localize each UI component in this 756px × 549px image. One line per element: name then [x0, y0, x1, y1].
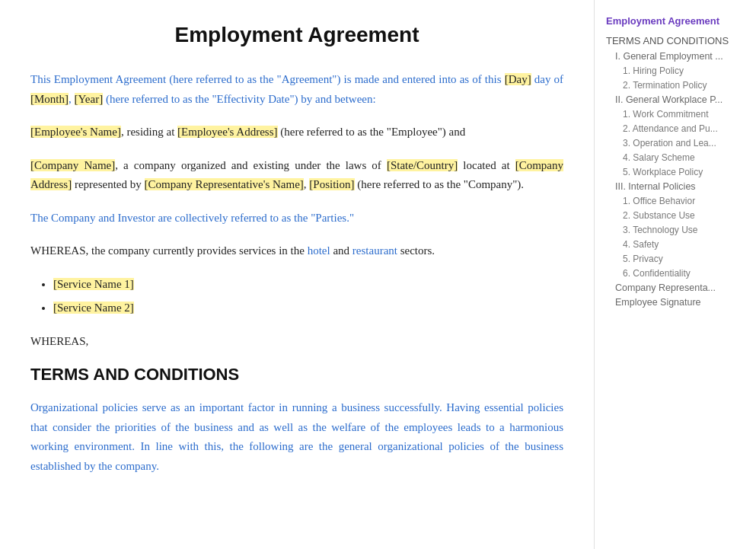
service-item-1: [Service Name 1]: [53, 275, 563, 295]
intro-p3-end: (here referred to as the "Company").: [355, 178, 525, 190]
document-title: Employment Agreement: [30, 23, 563, 47]
service-item-2: [Service Name 2]: [53, 298, 563, 318]
toc-sub-office-behavior[interactable]: 1. Office Behavior: [623, 195, 738, 207]
company-name: [Company Name]: [30, 159, 115, 171]
intro-comma: ,: [69, 93, 75, 105]
intro-paragraph-3: [Company Name], a company organized and …: [30, 156, 563, 195]
toc-sub-technology-use[interactable]: 3. Technology Use: [623, 224, 738, 236]
toc-sub-safety[interactable]: 4. Safety: [623, 238, 738, 251]
service-1-label: [Service Name 1]: [53, 278, 134, 290]
terms-intro-paragraph: Organizational policies serve as an impo…: [30, 398, 563, 476]
parties-text: The Company and Investor are collectivel…: [30, 212, 354, 224]
toc-sub-hiring-policy[interactable]: 1. Hiring Policy: [623, 65, 738, 77]
toc-title[interactable]: Employment Agreement: [606, 15, 738, 27]
intro-text-blue: This Employment Agreement (here referred…: [30, 73, 505, 85]
employee-address: [Employee's Address]: [177, 126, 277, 138]
position: [Position]: [309, 178, 354, 190]
terms-heading: TERMS AND CONDITIONS: [30, 365, 563, 385]
whereas-text: WHEREAS, the company currently provides …: [30, 244, 308, 257]
toc-item-internal-policies[interactable]: III. Internal Policies: [615, 180, 738, 193]
intro-paragraph-1: This Employment Agreement (here referred…: [30, 70, 563, 109]
state-country: [State/Country]: [387, 159, 458, 171]
intro-day: [Day]: [505, 73, 531, 85]
toc-section-terms[interactable]: TERMS AND CONDITIONS: [606, 34, 738, 47]
whereas-paragraph-1: WHEREAS, the company currently provides …: [30, 241, 563, 261]
intro-day-of: day of: [531, 73, 563, 85]
intro-p3-mid3: represented by: [72, 178, 144, 190]
whereas-and: and: [330, 244, 352, 257]
company-rep: [Company Representative's Name]: [145, 178, 304, 190]
toc-sub-operation[interactable]: 3. Operation and Lea...: [623, 137, 738, 149]
toc-sub-substance-use[interactable]: 2. Substance Use: [623, 209, 738, 222]
toc-item-company-rep[interactable]: Company Representa...: [615, 282, 738, 294]
intro-year: [Year]: [75, 93, 104, 105]
toc-item-general-workplace[interactable]: II. General Workplace P...: [615, 94, 738, 106]
intro-end1: (here referred to as the "Effectivity Da…: [103, 93, 375, 105]
table-of-contents: Employment Agreement TERMS AND CONDITION…: [594, 0, 746, 549]
toc-item-general-employment[interactable]: I. General Employment ...: [615, 50, 738, 62]
whereas-blue: hotel: [308, 244, 330, 257]
whereas-2-text: WHEREAS,: [30, 335, 88, 347]
intro-p3-mid1: , a company organized and existing under…: [115, 159, 387, 171]
whereas-end: sectors.: [397, 244, 435, 257]
service-2-label: [Service Name 2]: [53, 302, 134, 314]
intro-p2-mid: , residing at: [121, 126, 177, 138]
whereas-paragraph-2: WHEREAS,: [30, 332, 563, 352]
toc-sub-salary-scheme[interactable]: 4. Salary Scheme: [623, 152, 738, 164]
intro-month: [Month]: [30, 93, 69, 105]
toc-sub-workplace-policy[interactable]: 5. Workplace Policy: [623, 166, 738, 178]
employee-name: [Employee's Name]: [30, 126, 121, 138]
toc-sub-work-commitment[interactable]: 1. Work Commitment: [623, 108, 738, 120]
toc-sub-privacy[interactable]: 5. Privacy: [623, 253, 738, 265]
intro-p2-end: (here referred to as the "Employee") and: [278, 126, 466, 138]
terms-intro-text: Organizational policies serve as an impo…: [30, 401, 563, 472]
toc-sub-termination-policy[interactable]: 2. Termination Policy: [623, 79, 738, 91]
services-list: [Service Name 1] [Service Name 2]: [53, 275, 563, 318]
main-content: Employment Agreement This Employment Agr…: [0, 0, 594, 549]
intro-p3-mid2: located at: [458, 159, 515, 171]
toc-sub-confidentiality[interactable]: 6. Confidentiality: [623, 267, 738, 279]
parties-paragraph: The Company and Investor are collectivel…: [30, 209, 563, 228]
intro-paragraph-2: [Employee's Name], residing at [Employee…: [30, 123, 563, 142]
toc-item-employee-signature[interactable]: Employee Signature: [615, 296, 738, 308]
whereas-blue2: restaurant: [352, 244, 397, 257]
toc-sub-attendance[interactable]: 2. Attendance and Pu...: [623, 123, 738, 135]
